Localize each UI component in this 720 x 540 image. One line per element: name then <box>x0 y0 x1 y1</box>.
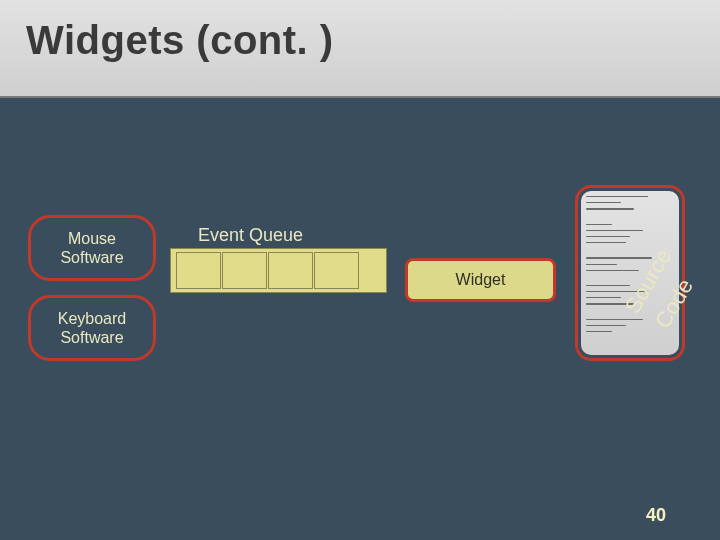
queue-cell <box>176 252 221 289</box>
keyboard-software-box: Keyboard Software <box>28 295 156 361</box>
widget-box: Widget <box>405 258 556 302</box>
slide-root: Widgets (cont. ) Mouse Software Keyboard… <box>0 0 720 540</box>
source-code-panel-outline <box>575 185 685 361</box>
queue-cell <box>222 252 267 289</box>
slide-title: Widgets (cont. ) <box>26 18 334 63</box>
page-number: 40 <box>646 505 666 526</box>
queue-cell <box>268 252 313 289</box>
queue-cell <box>314 252 359 289</box>
event-queue-label: Event Queue <box>198 225 303 246</box>
mouse-software-box: Mouse Software <box>28 215 156 281</box>
